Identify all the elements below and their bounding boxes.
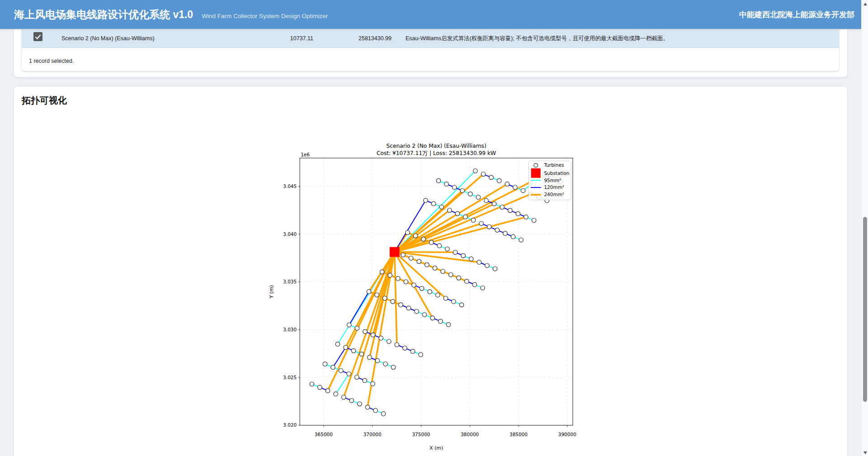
svg-text:370000: 370000 xyxy=(363,432,382,437)
svg-text:120mm²: 120mm² xyxy=(544,184,564,190)
scrollbar-thumb[interactable] xyxy=(863,217,867,402)
app-header: 海上风电场集电线路设计优化系统 v1.0 Wind Farm Collector… xyxy=(0,0,861,29)
row-cost-value: 10737.11 xyxy=(268,29,313,47)
svg-text:3.025: 3.025 xyxy=(283,375,297,380)
svg-text:Turbines: Turbines xyxy=(543,162,564,168)
svg-text:3.020: 3.020 xyxy=(283,422,297,428)
svg-text:Cost: ¥10737.11万 | Loss: 25813: Cost: ¥10737.11万 | Loss: 25813430.99 kW xyxy=(377,150,496,156)
row-loss-value: 25813430.99 xyxy=(333,29,392,47)
svg-text:Scenario 2 (No Max) (Esau-Will: Scenario 2 (No Max) (Esau-Williams) xyxy=(387,143,486,149)
svg-text:1e6: 1e6 xyxy=(301,152,310,157)
chart-legend: TurbinesSubstation95mm²120mm²240mm² xyxy=(528,161,571,200)
svg-text:Substation: Substation xyxy=(544,170,569,176)
table-row-selected[interactable]: Scenario 2 (No Max) (Esau-Williams) 1073… xyxy=(22,29,839,48)
svg-text:375000: 375000 xyxy=(412,432,430,437)
svg-text:365000: 365000 xyxy=(315,432,333,437)
svg-text:3.040: 3.040 xyxy=(283,231,297,237)
app-subtitle: Wind Farm Collector System Design Optimi… xyxy=(202,13,328,19)
row-checkbox[interactable] xyxy=(33,32,42,41)
page-scrollbar[interactable] xyxy=(861,0,868,456)
chart-substation-marker xyxy=(390,247,400,257)
svg-text:390000: 390000 xyxy=(558,432,576,437)
svg-text:240mm²: 240mm² xyxy=(544,192,564,197)
svg-text:3.030: 3.030 xyxy=(283,327,297,332)
app-department: 中能建西北院海上能源业务开发部 xyxy=(739,9,854,20)
topology-chart: 3650003700003750003800003850003900003.02… xyxy=(253,136,610,456)
svg-text:X (m): X (m) xyxy=(429,445,443,451)
svg-text:Y (m): Y (m) xyxy=(269,285,274,299)
section-title: 拓扑可视化 xyxy=(22,94,67,107)
chart-turbine-markers xyxy=(310,169,562,416)
svg-text:95mm²: 95mm² xyxy=(544,178,561,183)
svg-text:380000: 380000 xyxy=(461,432,479,437)
app-title: 海上风电场集电线路设计优化系统 v1.0 xyxy=(14,8,193,22)
svg-text:385000: 385000 xyxy=(509,432,528,437)
scrollbar-down-arrow-icon[interactable] xyxy=(863,451,867,454)
table-footer-status: 1 record selected. xyxy=(29,50,74,72)
svg-text:3.045: 3.045 xyxy=(283,183,297,189)
svg-text:3.035: 3.035 xyxy=(283,279,297,284)
row-scenario-name: Scenario 2 (No Max) (Esau-Williams) xyxy=(61,29,155,47)
row-description: Esau-Williams启发式算法(权衡距离与容量); 不包含可选电缆型号，且… xyxy=(406,29,669,47)
scrollbar-up-arrow-icon[interactable] xyxy=(863,3,867,5)
